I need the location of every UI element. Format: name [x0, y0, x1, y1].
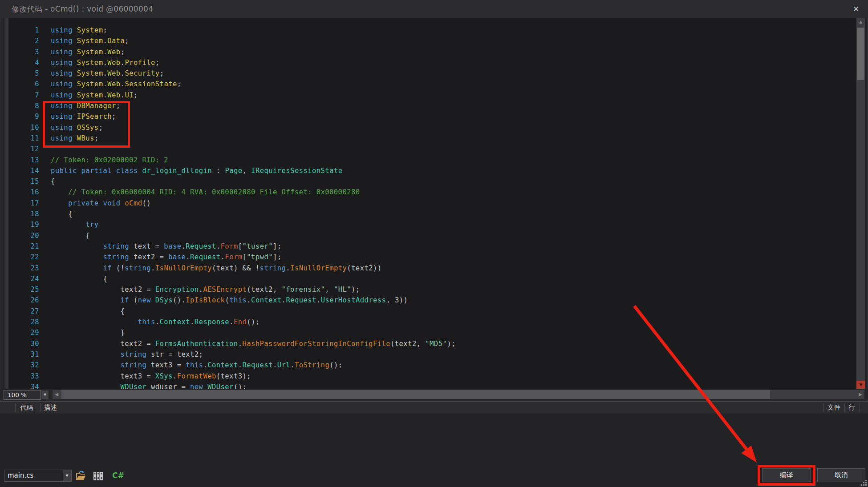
- code-line[interactable]: 20 {: [4, 230, 856, 241]
- code-line[interactable]: 5using System.Web.Security;: [4, 68, 856, 79]
- code-text: }: [51, 327, 856, 338]
- scroll-down-button[interactable]: ▼: [856, 381, 865, 389]
- code-line[interactable]: 10using OSSys;: [4, 122, 856, 133]
- line-number: 5: [4, 68, 51, 79]
- dialog-title: 修改代码 - oCmd() : void @06000004: [12, 4, 153, 14]
- zoom-select[interactable]: 100 %: [4, 390, 41, 400]
- code-line[interactable]: 1using System;: [4, 25, 856, 36]
- column-divider[interactable]: [844, 403, 845, 412]
- zoom-select-arrow[interactable]: ▼: [41, 390, 49, 399]
- code-line[interactable]: 13// Token: 0x02000002 RID: 2: [4, 155, 856, 165]
- code-line[interactable]: 21 string text = base.Request.Form["tuse…: [4, 241, 856, 252]
- line-number: 32: [4, 360, 51, 370]
- code-line[interactable]: 8using DBManager;: [4, 101, 856, 111]
- code-text: text3 = XSys.FormatWeb(text3);: [51, 371, 856, 382]
- line-number: 11: [4, 133, 51, 144]
- open-folder-icon: [75, 470, 86, 482]
- code-line[interactable]: 25 text2 = Encryption.AESEncrypt(text2, …: [4, 284, 856, 295]
- code-line[interactable]: 33 text3 = XSys.FormatWeb(text3);: [4, 371, 856, 382]
- line-number: 25: [4, 284, 51, 295]
- column-code-header[interactable]: 代码: [20, 403, 33, 412]
- chevron-up-icon: ▲: [860, 20, 863, 24]
- code-text: using System.Web.Profile;: [51, 57, 856, 68]
- line-number: 18: [4, 209, 51, 219]
- assembly-references-button[interactable]: [92, 470, 104, 482]
- horizontal-scrollbar-thumb[interactable]: [61, 390, 770, 399]
- cancel-button[interactable]: 取消: [817, 468, 865, 482]
- line-number: 2: [4, 36, 51, 46]
- scroll-up-button[interactable]: ▲: [856, 18, 865, 26]
- titlebar[interactable]: 修改代码 - oCmd() : void @06000004 ✕: [0, 0, 868, 18]
- code-line[interactable]: 27 {: [4, 306, 856, 317]
- close-icon: ✕: [853, 4, 859, 13]
- vertical-scrollbar-thumb[interactable]: [857, 28, 864, 80]
- line-number: 15: [4, 176, 51, 187]
- line-number: 33: [4, 371, 51, 382]
- code-line[interactable]: 32 string text3 = this.Context.Request.U…: [4, 360, 856, 370]
- code-line[interactable]: 4using System.Web.Profile;: [4, 57, 856, 68]
- code-text: {: [51, 230, 856, 241]
- code-line[interactable]: 12: [4, 144, 856, 154]
- line-number: 9: [4, 111, 51, 122]
- column-divider[interactable]: [40, 403, 41, 412]
- column-desc-header[interactable]: 描述: [44, 403, 57, 412]
- code-line[interactable]: 19 try: [4, 219, 856, 230]
- chevron-down-icon: ▼: [65, 474, 68, 478]
- code-line[interactable]: 3using System.Web;: [4, 47, 856, 57]
- code-line[interactable]: 23 if (!string.IsNullOrEmpty(text) && !s…: [4, 263, 856, 274]
- code-line[interactable]: 6using System.Web.SessionState;: [4, 79, 856, 89]
- code-line[interactable]: 24 {: [4, 274, 856, 284]
- code-line[interactable]: 17 private void oCmd(): [4, 198, 856, 209]
- line-number: 27: [4, 306, 51, 317]
- code-line[interactable]: 31 string str = text2;: [4, 349, 856, 360]
- code-text: string text2 = base.Request.Form["tpwd"]…: [51, 252, 856, 262]
- compile-button[interactable]: 编译: [762, 468, 811, 482]
- resize-grip[interactable]: [860, 479, 867, 486]
- code-line[interactable]: 15{: [4, 176, 856, 187]
- code-editor[interactable]: 1using System;2using System.Data;3using …: [4, 18, 856, 389]
- code-line[interactable]: 28 this.Context.Response.End();: [4, 317, 856, 327]
- code-line[interactable]: 14public partial class dr_login_dllogin …: [4, 165, 856, 176]
- open-file-button[interactable]: [75, 470, 86, 482]
- code-line[interactable]: 30 text2 = FormsAuthentication.HashPassw…: [4, 338, 856, 349]
- code-line[interactable]: 2using System.Data;: [4, 36, 856, 46]
- code-line[interactable]: 16 // Token: 0x06000004 RID: 4 RVA: 0x00…: [4, 187, 856, 197]
- scroll-left-button[interactable]: ◀: [53, 390, 61, 399]
- column-divider: [860, 403, 860, 412]
- code-line[interactable]: 7using System.Web.UI;: [4, 90, 856, 101]
- code-text: WDUser wduser = new WDUser();: [51, 382, 856, 389]
- line-number: 10: [4, 122, 51, 133]
- close-button[interactable]: ✕: [850, 4, 862, 14]
- code-line[interactable]: 18 {: [4, 209, 856, 219]
- line-number: 23: [4, 263, 51, 274]
- line-number: 24: [4, 274, 51, 284]
- horizontal-scrollbar[interactable]: ◀ ▶: [53, 390, 864, 399]
- line-number: 6: [4, 79, 51, 89]
- code-text: string text = base.Request.Form["tuser"]…: [51, 241, 856, 252]
- code-text: try: [51, 219, 856, 230]
- column-divider[interactable]: [823, 403, 824, 412]
- file-select[interactable]: main.cs ▼: [4, 470, 72, 482]
- column-file-header[interactable]: 文件: [827, 403, 840, 412]
- scroll-right-button[interactable]: ▶: [856, 390, 864, 399]
- vertical-scrollbar[interactable]: ▲ ▼: [856, 18, 865, 389]
- error-list-body[interactable]: [0, 414, 868, 487]
- code-text: {: [51, 176, 856, 187]
- line-number: 20: [4, 230, 51, 241]
- code-text: text2 = Encryption.AESEncrypt(text2, "fo…: [51, 284, 856, 295]
- code-line[interactable]: 26 if (new DSys().IpIsBlock(this.Context…: [4, 295, 856, 306]
- code-line[interactable]: 22 string text2 = base.Request.Form["tpw…: [4, 252, 856, 262]
- line-number: 19: [4, 219, 51, 230]
- chevron-right-icon: ▶: [859, 392, 862, 397]
- file-select-arrow[interactable]: ▼: [63, 470, 71, 481]
- code-text: if (!string.IsNullOrEmpty(text) && !stri…: [51, 263, 856, 274]
- code-text: {: [51, 209, 856, 219]
- code-line[interactable]: 34 WDUser wduser = new WDUser();: [4, 382, 856, 389]
- code-text: using OSSys;: [51, 122, 856, 133]
- code-line[interactable]: 29 }: [4, 327, 856, 338]
- code-text: // Token: 0x06000004 RID: 4 RVA: 0x00002…: [51, 187, 856, 197]
- column-line-header[interactable]: 行: [848, 403, 855, 412]
- code-line[interactable]: 9using IPSearch;: [4, 111, 856, 122]
- code-line[interactable]: 11using WBus;: [4, 133, 856, 144]
- code-lines: 1using System;2using System.Data;3using …: [4, 25, 856, 389]
